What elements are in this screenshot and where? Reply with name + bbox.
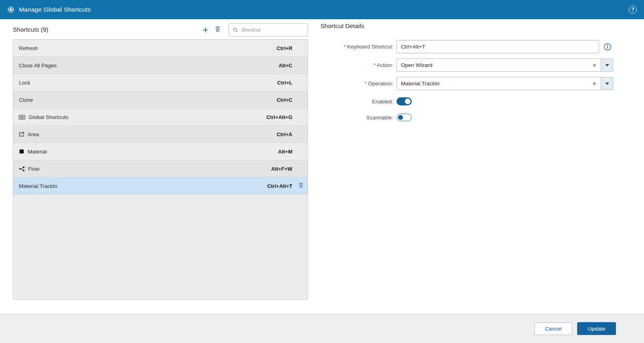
help-icon[interactable]: ? — [629, 6, 637, 14]
action-combobox: ✕ — [396, 59, 613, 72]
topbar: Manage Global Shortcuts ? — [0, 0, 644, 19]
open-in-new-icon — [19, 131, 24, 137]
keyboard-shortcut-label: *Keyboard Shortcut: — [320, 44, 396, 50]
shortcut-keys: Ctrl+Alt+T — [267, 183, 292, 189]
search-icon — [233, 27, 238, 34]
delete-shortcut-button[interactable] — [211, 26, 224, 34]
shortcut-keys: Alt+C — [279, 63, 292, 69]
list-item-selected[interactable]: Material.TrackIn Ctrl+Alt+T — [13, 178, 308, 195]
enabled-field: Enabled: — [320, 97, 638, 106]
scannable-toggle[interactable] — [396, 113, 412, 121]
chevron-down-icon — [605, 83, 609, 85]
flow-icon — [19, 166, 25, 172]
list-item[interactable]: Lock Ctrl+L — [13, 74, 308, 91]
shortcut-search-box — [229, 23, 308, 36]
shortcut-name: Clone — [19, 97, 33, 103]
toggle-knob — [398, 115, 403, 120]
shortcut-keys: Ctrl+Alt+G — [266, 114, 292, 120]
required-asterisk: * — [373, 62, 375, 68]
operation-dropdown-button[interactable] — [601, 77, 613, 90]
list-item[interactable]: Material Alt+M — [13, 143, 308, 160]
shortcut-name: Refresh — [19, 45, 38, 51]
shortcut-name: Lock — [19, 80, 30, 86]
operation-label: *Operation: — [320, 81, 396, 87]
shortcuts-panel-header: Shortcuts (9) + — [13, 22, 308, 37]
operation-input[interactable] — [396, 77, 601, 90]
scannable-field: Scannable: — [320, 113, 638, 122]
shortcut-name: Global Shortcuts — [28, 114, 68, 120]
keyboard-shortcut-input[interactable] — [396, 40, 599, 53]
material-square-icon — [19, 149, 24, 154]
enabled-label: Enabled: — [320, 99, 396, 105]
cancel-button[interactable]: Cancel — [534, 323, 572, 335]
list-item[interactable]: Close All Pages Alt+C — [13, 57, 308, 74]
shortcut-keys: Ctrl+C — [277, 97, 292, 103]
shortcut-keys: Ctrl+R — [277, 45, 292, 51]
update-button[interactable]: Update — [577, 322, 616, 335]
shortcuts-list: Refresh Ctrl+R Close All Pages Alt+C Loc… — [13, 39, 308, 300]
plus-icon: + — [202, 26, 208, 34]
shortcut-name: Material.TrackIn — [19, 183, 57, 189]
operation-combobox: ✕ — [396, 77, 613, 90]
clear-icon[interactable]: ✕ — [592, 63, 596, 68]
action-field: *Action: ✕ — [320, 59, 638, 72]
shortcut-name: Flow — [28, 166, 40, 172]
shortcut-name: Material — [28, 149, 47, 155]
details-panel: Shortcut Details *Keyboard Shortcut: *Ac… — [320, 22, 638, 126]
required-asterisk: * — [365, 81, 367, 87]
action-input[interactable] — [396, 59, 601, 72]
row-delete-button[interactable] — [298, 182, 304, 190]
details-title: Shortcut Details — [320, 22, 638, 30]
list-item[interactable]: Global Shortcuts Ctrl+Alt+G — [13, 109, 308, 126]
add-shortcut-button[interactable]: + — [199, 26, 211, 34]
shortcut-name: Close All Pages — [19, 63, 57, 69]
shortcuts-panel: Shortcuts (9) + Refresh Ctrl+R — [13, 22, 308, 300]
shortcut-keys: Ctrl+L — [277, 80, 292, 86]
keyboard-shortcut-field: *Keyboard Shortcut: — [320, 40, 638, 53]
chevron-down-icon — [605, 64, 609, 67]
required-asterisk: * — [344, 44, 346, 50]
list-item[interactable]: Flow Alt+F+W — [13, 160, 308, 178]
footer: Cancel Update — [0, 314, 644, 343]
enabled-toggle[interactable] — [396, 97, 412, 105]
shortcuts-count-title: Shortcuts (9) — [13, 26, 199, 33]
page-title: Manage Global Shortcuts — [19, 6, 91, 13]
keyboard-icon — [19, 115, 25, 120]
gear-icon — [7, 6, 14, 13]
trash-icon — [298, 182, 304, 190]
list-item[interactable]: Refresh Ctrl+R — [13, 40, 308, 57]
list-item[interactable]: Area Ctrl+A — [13, 126, 308, 143]
shortcut-keys: Ctrl+A — [277, 131, 292, 137]
clear-icon[interactable]: ✕ — [592, 81, 596, 86]
shortcut-keys: Alt+M — [278, 149, 292, 155]
list-item[interactable]: Clone Ctrl+C — [13, 91, 308, 109]
toggle-knob — [405, 99, 411, 104]
action-dropdown-button[interactable] — [601, 59, 613, 72]
scannable-label: Scannable: — [320, 115, 396, 121]
action-label: *Action: — [320, 62, 396, 68]
shortcut-name: Area — [28, 131, 39, 137]
shortcut-keys: Alt+F+W — [271, 166, 292, 172]
info-icon[interactable] — [604, 43, 612, 51]
trash-icon — [215, 26, 221, 34]
search-input[interactable] — [241, 24, 308, 36]
operation-field: *Operation: ✕ — [320, 77, 638, 90]
